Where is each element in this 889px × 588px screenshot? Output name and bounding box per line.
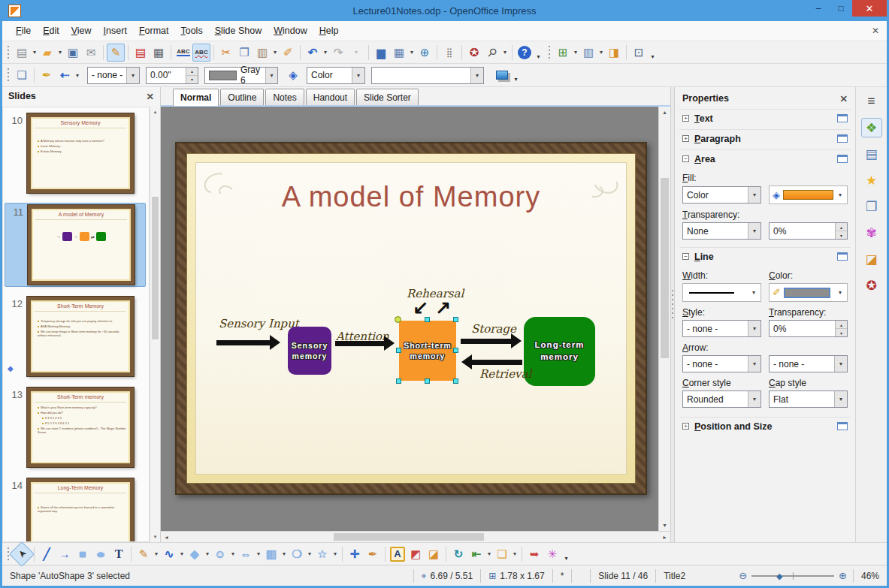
chevron-down-icon[interactable]: ▾ <box>470 68 483 83</box>
spellcheck-icon[interactable]: ABC <box>177 49 189 56</box>
menu-slideshow[interactable]: Slide Show <box>209 23 268 39</box>
chevron-down-icon[interactable]: ▾ <box>836 289 844 296</box>
label-sensory-input[interactable]: Sensory Input <box>219 317 299 330</box>
open-icon[interactable]: ▰ <box>38 44 56 62</box>
arrow-style-icon[interactable]: ⇠ <box>56 66 74 84</box>
new-slide-dropdown-icon[interactable]: ▾ <box>572 44 579 62</box>
stars-icon[interactable]: ☆ <box>313 545 331 563</box>
cap-style-select[interactable]: Flat ▾ <box>769 390 848 408</box>
toolbar-grip[interactable] <box>5 68 11 82</box>
chevron-down-icon[interactable]: ▾ <box>748 391 760 407</box>
adjust-handle[interactable] <box>395 316 401 323</box>
spin-down-icon[interactable]: ▾ <box>836 231 847 239</box>
chevron-down-icon[interactable]: ▾ <box>834 391 847 407</box>
line-style-select[interactable]: - none - ▾ <box>87 67 140 84</box>
arrow-start-select[interactable]: - none - ▾ <box>682 355 761 372</box>
zoom-slider[interactable]: ⊖ ◆ ⊕ <box>739 570 847 581</box>
arrange-dropdown-icon[interactable]: ▾ <box>511 545 519 563</box>
sidebar-master-icon[interactable]: ❐ <box>861 197 882 216</box>
slide-thumbnail-13[interactable]: 13 Short-Term memory What's your Short-t… <box>5 386 146 469</box>
toolbar-overflow-icon[interactable]: ▾ <box>511 66 521 84</box>
dialog-launcher-icon[interactable] <box>837 134 848 143</box>
save-icon[interactable]: ▣ <box>64 44 82 62</box>
toolbar-grip[interactable] <box>5 46 11 59</box>
arrow-tool-icon[interactable]: → <box>56 545 74 563</box>
zoom-out-icon[interactable]: ⊖ <box>739 570 747 581</box>
new-icon[interactable]: ▤ <box>13 44 31 62</box>
glue-points-icon[interactable]: ✒ <box>364 545 382 563</box>
toolbar-overflow-icon[interactable]: ▾ <box>561 545 571 563</box>
zoom-thumb[interactable]: ◆ <box>776 571 782 581</box>
hyperlink-icon[interactable]: ⊕ <box>416 44 434 62</box>
menu-view[interactable]: View <box>65 23 98 39</box>
export-pdf-icon[interactable]: ▤ <box>132 44 150 62</box>
paste-dropdown-icon[interactable]: ▾ <box>271 44 279 62</box>
slide-layout-icon[interactable]: ▥ <box>579 44 597 62</box>
fill-type-select[interactable]: Color ▾ <box>307 67 365 84</box>
area-fill-color-dropdown[interactable]: ◈ ▾ <box>769 185 848 204</box>
spin-down-icon[interactable]: ▾ <box>186 76 198 83</box>
slides-panel-close-icon[interactable]: ✕ <box>147 91 154 102</box>
chevron-down-icon[interactable]: ▾ <box>265 68 277 83</box>
expand-icon[interactable]: + <box>682 115 689 122</box>
cut-icon[interactable]: ✂ <box>217 44 235 62</box>
horizontal-scrollbar[interactable]: ◂ ▸ <box>161 531 670 542</box>
ellipse-icon[interactable]: ● <box>88 545 113 563</box>
line-width-dropdown[interactable]: ▾ <box>682 283 761 302</box>
line-color-dropdown[interactable]: ✐ ▾ <box>769 283 848 302</box>
slide-title[interactable]: A model of Memory <box>196 181 626 213</box>
redo-icon[interactable]: ↷ <box>329 44 347 62</box>
zoom-percent[interactable]: 46% <box>854 571 887 581</box>
sidebar-effects-icon[interactable]: ✾ <box>861 223 882 243</box>
selection-handle[interactable] <box>396 378 401 384</box>
spin-up-icon[interactable]: ▴ <box>186 68 198 76</box>
menu-insert[interactable]: Insert <box>98 23 133 39</box>
new-slide-icon[interactable]: ⊞ <box>554 44 572 62</box>
selection-handle[interactable] <box>396 348 401 353</box>
chevron-down-icon[interactable]: ▾ <box>834 356 847 372</box>
callouts-icon[interactable]: ❍ <box>288 545 306 563</box>
sidebar-navigator-icon[interactable]: ✪ <box>861 276 882 295</box>
auto-spellcheck-icon[interactable]: ABC <box>195 50 207 56</box>
sidebar-animation-icon[interactable]: ★ <box>861 170 882 190</box>
threed-icon[interactable]: ◩ <box>407 545 425 563</box>
grid-icon[interactable]: ⣿ <box>440 44 458 62</box>
interaction-icon[interactable]: ➥ <box>525 545 543 563</box>
line-transparency-spinner[interactable]: 0% ▴▾ <box>769 320 848 337</box>
chevron-down-icon[interactable]: ▾ <box>748 356 760 372</box>
arrow-style-dropdown-icon[interactable]: ▾ <box>74 66 81 84</box>
menu-help[interactable]: Help <box>313 23 345 39</box>
menu-tools[interactable]: Tools <box>174 23 208 39</box>
scroll-down-icon[interactable]: ▾ <box>659 520 670 531</box>
copy-icon[interactable]: ❐ <box>235 44 253 62</box>
box-long-term-memory[interactable]: Long-term memory <box>524 317 595 386</box>
arrow-attention[interactable] <box>335 341 385 346</box>
fill-color-select[interactable]: ▾ <box>371 67 484 84</box>
spin-down-icon[interactable]: ▾ <box>836 329 847 336</box>
scrollbar-thumb[interactable] <box>152 197 159 339</box>
tab-normal[interactable]: Normal <box>173 89 219 106</box>
slide-indicator[interactable]: Slide 11 / 46 <box>591 571 655 581</box>
pen-icon[interactable]: ✒ <box>38 66 56 84</box>
area-fill-type-select[interactable]: Color ▾ <box>682 186 761 204</box>
slide-thumbnail-11-selected[interactable]: 11 A model of Memory → → ⇄ <box>5 203 146 287</box>
table-icon[interactable]: ▦ <box>390 44 408 62</box>
chevron-down-icon[interactable]: ▾ <box>748 187 760 203</box>
box-short-term-memory[interactable]: Short-term memory <box>399 321 456 381</box>
collapse-icon[interactable]: − <box>682 253 689 260</box>
section-text[interactable]: + Text <box>679 109 851 127</box>
menu-file[interactable]: File <box>10 23 37 39</box>
scroll-up-icon[interactable]: ▴ <box>659 107 670 118</box>
chevron-down-icon[interactable]: ▾ <box>126 68 139 83</box>
arrow-storage[interactable] <box>461 339 512 344</box>
open-dropdown-icon[interactable]: ▾ <box>56 44 64 62</box>
slide-workspace[interactable]: A model of Memory Sensory Input Sensory … <box>161 107 670 531</box>
selection-handle[interactable] <box>425 378 430 384</box>
curve-dropdown-icon[interactable]: ▾ <box>153 545 160 563</box>
arrow-rehearsal-in[interactable]: ↙ <box>413 298 428 317</box>
document-close-icon[interactable]: ✕ <box>872 26 879 36</box>
animation-icon[interactable]: ✳ <box>543 545 561 563</box>
selection-handle[interactable] <box>453 378 458 384</box>
slide-layout-name[interactable]: Title2 <box>656 571 739 581</box>
slides-panel-scrollbar[interactable]: ▴ ▾ <box>150 107 160 542</box>
